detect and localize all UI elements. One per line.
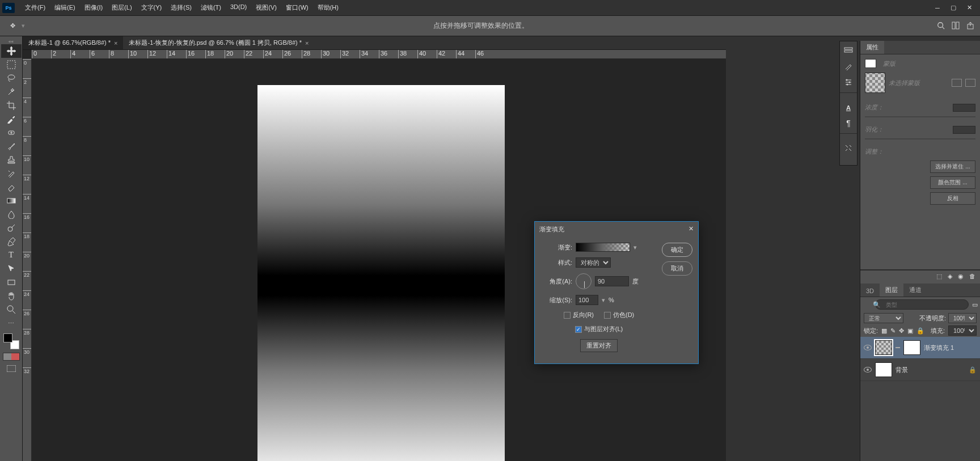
- cancel-button[interactable]: 取消: [662, 261, 692, 276]
- path-select-tool[interactable]: [1, 262, 22, 276]
- apply-mask-icon[interactable]: ◈: [948, 273, 952, 280]
- pen-tool[interactable]: [1, 235, 22, 248]
- menu-图层(L)[interactable]: 图层(L): [107, 3, 136, 12]
- eyedropper-tool[interactable]: [1, 112, 22, 126]
- artboard[interactable]: [257, 85, 505, 461]
- gradient-dropdown-icon[interactable]: ▾: [633, 244, 637, 251]
- reverse-checkbox[interactable]: 反向(R): [564, 311, 594, 319]
- menu-编辑(E)[interactable]: 编辑(E): [50, 3, 80, 12]
- pixel-mask-icon[interactable]: [952, 79, 962, 87]
- angle-input[interactable]: [595, 276, 629, 286]
- scale-dropdown-icon[interactable]: ▾: [602, 297, 605, 304]
- minimize-button[interactable]: ─: [933, 4, 941, 12]
- menu-文件(F)[interactable]: 文件(F): [20, 3, 50, 12]
- style-select[interactable]: 对称的: [576, 257, 611, 268]
- history-panel-icon[interactable]: [843, 45, 854, 56]
- marquee-tool[interactable]: [1, 58, 22, 71]
- dodge-tool[interactable]: [1, 221, 22, 235]
- select-and-mask-button[interactable]: 选择并遮住 ...: [930, 160, 975, 173]
- color-range-button[interactable]: 颜色范围 ...: [930, 176, 975, 189]
- load-selection-icon[interactable]: ⬚: [936, 273, 942, 280]
- menu-视图(V)[interactable]: 视图(V): [251, 3, 281, 12]
- tab-3d[interactable]: 3D: [860, 285, 880, 297]
- eraser-tool[interactable]: [1, 180, 22, 194]
- quickmask-toggle[interactable]: [3, 353, 20, 361]
- dither-checkbox[interactable]: 仿色(D): [604, 311, 634, 319]
- move-tool[interactable]: [1, 44, 22, 58]
- magic-wand-tool[interactable]: [1, 85, 22, 99]
- tab-close-icon[interactable]: ×: [114, 40, 117, 46]
- brush-panel-icon[interactable]: [843, 61, 854, 72]
- delete-mask-icon[interactable]: 🗑: [969, 273, 975, 280]
- visibility-icon[interactable]: [864, 345, 872, 350]
- menu-窗口(W)[interactable]: 窗口(W): [281, 3, 313, 12]
- fill-select[interactable]: 100%: [948, 325, 977, 336]
- tab-close-icon[interactable]: ×: [305, 40, 309, 46]
- gradient-swatch[interactable]: [576, 243, 630, 252]
- menu-文字(Y)[interactable]: 文字(Y): [137, 3, 167, 12]
- lock-all-icon[interactable]: 🔒: [916, 327, 924, 335]
- tools-panel-icon[interactable]: [843, 142, 854, 154]
- vector-mask-icon[interactable]: [965, 79, 975, 87]
- lock-artboard-icon[interactable]: ▣: [907, 327, 913, 335]
- layers-panel: 🔍 ▭ ◐ T ▱ ▣ 正常 不透明度: 100% 锁定: ▩ ✎ ✥ ▣ 🔒 …: [860, 297, 980, 461]
- history-brush-tool[interactable]: [1, 167, 22, 180]
- zoom-tool[interactable]: [1, 303, 22, 316]
- menu-选择(S)[interactable]: 选择(S): [166, 3, 196, 12]
- healing-tool[interactable]: [1, 126, 22, 139]
- tab-properties[interactable]: 属性: [860, 41, 884, 54]
- visibility-icon[interactable]: [864, 367, 872, 373]
- character-panel-icon[interactable]: A: [843, 101, 854, 113]
- toolbox-collapse[interactable]: ««: [0, 39, 22, 44]
- density-field[interactable]: [953, 104, 975, 112]
- layer-filter-input[interactable]: [875, 299, 969, 310]
- menu-帮助(H)[interactable]: 帮助(H): [313, 3, 343, 12]
- edit-toolbar[interactable]: ⋯: [1, 316, 22, 330]
- share-icon[interactable]: [966, 22, 974, 31]
- lock-pixels-icon[interactable]: ✎: [890, 327, 895, 335]
- layer-row[interactable]: 背景🔒: [860, 359, 980, 381]
- search-icon[interactable]: [937, 22, 945, 31]
- ok-button[interactable]: 确定: [662, 243, 692, 257]
- menu-滤镜(T)[interactable]: 滤镜(T): [196, 3, 226, 12]
- document-tab[interactable]: 未标题-1-恢复的-恢复的.psd @ 66.7% (椭圆 1 拷贝, RGB/…: [123, 36, 314, 49]
- type-tool[interactable]: T: [1, 248, 22, 262]
- feather-field[interactable]: [953, 126, 975, 134]
- lock-position-icon[interactable]: ✥: [899, 327, 904, 335]
- opacity-select[interactable]: 100%: [948, 313, 977, 323]
- dialog-close-icon[interactable]: ✕: [688, 225, 694, 234]
- shape-tool[interactable]: [1, 276, 22, 289]
- filter-pixel-icon[interactable]: ▭: [972, 301, 978, 308]
- arrange-icon[interactable]: [952, 22, 960, 31]
- menubar: Ps 文件(F)编辑(E)图像(I)图层(L)文字(Y)选择(S)滤镜(T)3D…: [0, 0, 980, 16]
- close-button[interactable]: ✕: [965, 4, 973, 12]
- menu-3D(D)[interactable]: 3D(D): [226, 3, 251, 12]
- angle-dial[interactable]: [576, 273, 592, 289]
- blur-tool[interactable]: [1, 208, 22, 221]
- invert-button[interactable]: 反相: [930, 192, 975, 205]
- document-tab[interactable]: 未标题-1 @ 66.7%(RGB/8#) *×: [23, 36, 123, 49]
- maximize-button[interactable]: ▢: [949, 4, 957, 12]
- adjust-panel-icon[interactable]: [843, 77, 854, 88]
- scale-input[interactable]: [576, 295, 598, 305]
- lasso-tool[interactable]: [1, 71, 22, 85]
- crop-tool[interactable]: [1, 99, 22, 112]
- paragraph-panel-icon[interactable]: ¶: [843, 117, 854, 129]
- tab-channels[interactable]: 通道: [903, 284, 927, 297]
- hand-tool[interactable]: [1, 289, 22, 303]
- filter-icon[interactable]: 🔍: [873, 301, 881, 308]
- reset-align-button[interactable]: 重置对齐: [580, 339, 618, 352]
- brush-tool[interactable]: [1, 139, 22, 153]
- color-swatches[interactable]: [3, 333, 19, 349]
- menu-图像(I)[interactable]: 图像(I): [80, 3, 107, 12]
- blend-mode-select[interactable]: 正常: [864, 313, 903, 323]
- gradient-tool[interactable]: [1, 194, 22, 208]
- screenmode-button[interactable]: [3, 364, 19, 373]
- move-tool-icon[interactable]: ✥: [6, 20, 19, 32]
- stamp-tool[interactable]: [1, 153, 22, 167]
- lock-transparency-icon[interactable]: ▩: [881, 327, 887, 335]
- layer-row[interactable]: 渐变填充 1: [860, 337, 980, 359]
- align-checkbox[interactable]: ✓与图层对齐(L): [575, 325, 623, 333]
- tab-layers[interactable]: 图层: [880, 284, 903, 297]
- toggle-mask-icon[interactable]: ◉: [958, 273, 964, 280]
